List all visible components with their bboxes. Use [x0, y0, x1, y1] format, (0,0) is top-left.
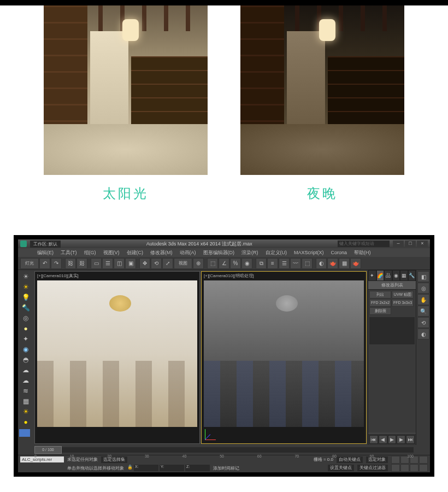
lights-dropdown[interactable]: 灯光 — [20, 258, 39, 269]
setkey-button[interactable]: 设置关键点 — [328, 465, 354, 471]
menu-corona[interactable]: Corona — [328, 250, 350, 255]
omni-light-icon[interactable]: 💡 — [19, 292, 32, 302]
sunlight-icon[interactable]: ☀ — [19, 406, 32, 417]
palette-icon[interactable] — [19, 429, 30, 437]
pivot-button[interactable]: ⊕ — [193, 258, 204, 269]
percent-snap-button[interactable]: % — [230, 258, 241, 269]
menu-group[interactable]: 组(G) — [81, 249, 99, 256]
menu-render[interactable]: 渲染(R) — [239, 249, 261, 256]
tab-display[interactable]: ▦ — [400, 270, 408, 281]
menu-maxscript[interactable]: MAXScript(X) — [291, 250, 327, 255]
nav-orbit-icon[interactable] — [391, 464, 400, 472]
free-light-icon[interactable]: ● — [19, 323, 32, 333]
menu-edit[interactable]: 编辑(E) — [34, 249, 56, 256]
menu-customize[interactable]: 自定义(U) — [263, 249, 290, 256]
app-icon[interactable] — [20, 241, 27, 247]
tab-hierarchy[interactable]: 品 — [384, 270, 392, 281]
viewport-right-label[interactable]: [+][Camera010][明暗处理] — [204, 273, 254, 279]
render-setup-button[interactable]: 🫖 — [327, 258, 338, 269]
select-region-button[interactable]: ◫ — [114, 258, 125, 269]
spinner-snap-button[interactable]: ◉ — [241, 258, 252, 269]
panel-btn-uvw[interactable]: UVW 贴图 — [392, 291, 414, 298]
sun-icon[interactable]: ☀ — [19, 282, 32, 292]
material-editor-button[interactable]: ◐ — [316, 258, 327, 269]
daylight-icon[interactable]: ◉ — [19, 344, 32, 354]
layers-button[interactable]: ☰ — [279, 258, 290, 269]
nav-walk-icon[interactable] — [410, 464, 418, 472]
fov-icon[interactable]: ◐ — [417, 329, 429, 339]
nav-fov-icon[interactable] — [419, 456, 428, 464]
play-button[interactable]: ▶ — [388, 435, 397, 444]
steering-wheel-icon[interactable]: ◎ — [417, 283, 429, 294]
menu-modifiers[interactable]: 修改器(M) — [148, 249, 175, 256]
tab-motion[interactable]: ◉ — [392, 270, 400, 281]
minimize-button[interactable]: – — [393, 241, 404, 247]
add-time-tag[interactable]: 添加时间标记 — [213, 465, 239, 471]
help-search-input[interactable]: 键入关键字或短语 — [338, 241, 390, 247]
viewport-left-label[interactable]: [+][Camera010][真实] — [37, 273, 79, 279]
modifier-list-header[interactable]: 修改器列表 — [368, 281, 416, 290]
scale-button[interactable]: ⤢ — [162, 258, 173, 269]
filter-button[interactable]: ▣ — [125, 258, 136, 269]
photometric-icon[interactable]: ✦ — [19, 333, 32, 344]
maximize-button[interactable]: □ — [405, 241, 416, 247]
panel-btn-ffd3[interactable]: FFD 3x3x3 — [392, 299, 414, 307]
goto-start-button[interactable]: ⏮ — [369, 435, 378, 444]
tab-utilities[interactable]: 🔧 — [408, 270, 416, 281]
curve-editor-button[interactable]: 〰 — [290, 258, 301, 269]
menu-tools[interactable]: 工具(T) — [58, 249, 80, 256]
spot-light-icon[interactable]: 🔦 — [19, 302, 32, 313]
workspace-selector[interactable]: 工作区: 默认 — [30, 241, 61, 248]
next-frame-button[interactable]: ▶ — [397, 435, 405, 444]
modifier-stack[interactable] — [369, 317, 415, 344]
schematic-button[interactable]: ⬚ — [302, 258, 313, 269]
redo-button[interactable]: ↷ — [51, 258, 62, 269]
menu-views[interactable]: 视图(V) — [101, 249, 122, 256]
key-filter-button[interactable]: 关键点过滤器 — [357, 465, 388, 471]
nav-min-max-icon[interactable] — [419, 464, 428, 472]
orbit-icon[interactable]: ⟲ — [417, 317, 429, 328]
tab-create[interactable]: ✦ — [368, 270, 376, 281]
nav-maximize-icon[interactable] — [400, 464, 409, 472]
mirror-button[interactable]: ⧉ — [256, 258, 267, 269]
link-button[interactable]: ⛓ — [65, 258, 76, 269]
viewcube-icon[interactable]: ◧ — [417, 271, 429, 282]
z-coord-input[interactable]: Z: — [185, 465, 210, 471]
snap-button[interactable]: ⬚ — [207, 258, 218, 269]
menu-create[interactable]: 创建(C) — [124, 249, 146, 256]
menu-graph[interactable]: 图形编辑器(D) — [201, 249, 238, 256]
select-button[interactable]: ▭ — [91, 258, 102, 269]
angle-snap-button[interactable]: ∠ — [219, 258, 229, 269]
light-lister-icon[interactable]: ☀ — [19, 271, 32, 282]
unlink-button[interactable]: ⛓ — [76, 258, 87, 269]
move-button[interactable]: ✥ — [139, 258, 150, 269]
ref-coord-dropdown[interactable]: 视图 — [174, 258, 192, 269]
y-coord-input[interactable]: Y: — [160, 465, 184, 471]
select-name-button[interactable]: ☰ — [102, 258, 113, 269]
cloud-icon[interactable]: ☁ — [19, 365, 32, 375]
x-coord-input[interactable]: X: — [134, 465, 158, 471]
undo-button[interactable]: ↶ — [39, 258, 50, 269]
yellow-light-icon[interactable]: ● — [19, 417, 32, 427]
pan-icon[interactable]: ✋ — [417, 294, 429, 305]
menu-animation[interactable]: 动画(A) — [177, 249, 199, 256]
render-frame-button[interactable]: ▦ — [339, 258, 350, 269]
fog-icon[interactable]: ≋ — [19, 385, 32, 396]
environment-icon[interactable]: ☁ — [19, 375, 32, 385]
close-button[interactable]: × — [417, 241, 428, 247]
volume-icon[interactable]: ▦ — [19, 396, 32, 406]
panel-btn-list[interactable]: 列出 — [369, 291, 391, 298]
prev-frame-button[interactable]: ◀ — [379, 435, 387, 444]
tab-modify[interactable]: 🌈 — [376, 270, 385, 281]
render-button[interactable]: 🫖 — [350, 258, 361, 269]
skylight-icon[interactable]: ◓ — [19, 354, 32, 365]
menu-help[interactable]: 帮助(H) — [351, 249, 374, 256]
time-cursor[interactable]: 0 / 100 — [34, 446, 62, 454]
panel-btn-delete[interactable]: 删除面 — [369, 307, 391, 315]
zoom-icon[interactable]: 🔍 — [417, 306, 429, 317]
time-slider[interactable]: 0 / 100 0 10 20 30 40 50 60 70 80 90 100 — [18, 445, 430, 455]
goto-end-button[interactable]: ⏭ — [406, 435, 415, 444]
rotate-button[interactable]: ⟲ — [151, 258, 162, 269]
viewport-right[interactable]: [+][Camera010][明暗处理] — [201, 271, 367, 444]
align-button[interactable]: ≡ — [267, 258, 278, 269]
